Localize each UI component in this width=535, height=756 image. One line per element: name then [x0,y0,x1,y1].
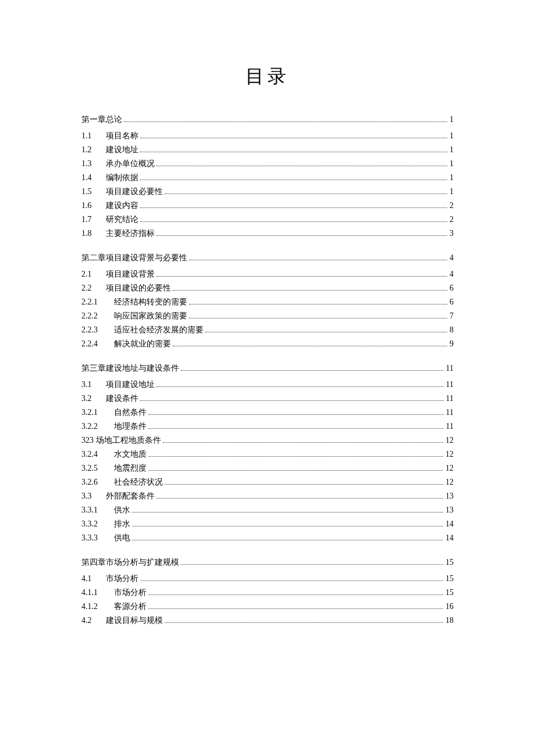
toc-leader [148,594,443,595]
toc-number: 2.1 [81,270,106,278]
toc-number: 1.7 [81,216,106,224]
toc-page: 1 [450,132,454,140]
toc-number: 4.2 [81,617,106,625]
toc-entry: 1.5项目建设必要性1 [81,188,454,196]
toc-leader [124,121,447,122]
toc-page: 16 [445,603,454,611]
toc-text: 项目建设背景 [106,270,155,278]
toc-text: 社会经济状况 [114,478,163,486]
toc-entry: 2.2.3适应社会经济发展的需要8 [81,326,454,334]
toc-number: 3.2.5 [81,464,114,472]
toc-entry: 3.3.2排水14 [81,520,454,528]
toc-text: 供电 [114,534,130,542]
toc-entry: 1.8主要经济指标3 [81,230,454,238]
toc-entry: 3.2.6社会经济状况12 [81,478,454,486]
toc-entry: 4.1市场分析15 [81,575,454,583]
toc-text: 研究结论 [106,216,138,224]
toc-leader [148,470,443,471]
toc-page: 1 [450,188,454,196]
toc-text: 解决就业的需要 [114,340,171,348]
toc-text: 客源分析 [114,603,147,611]
toc-text: 水文地质 [114,450,147,458]
toc-leader [140,152,447,152]
toc-page: 6 [450,298,454,306]
toc-text: 项目建设必要性 [106,188,163,196]
toc-leader [181,370,444,371]
toc-text: 市场分析 [106,575,138,583]
toc-number: 1.1 [81,132,106,140]
toc-leader [205,332,447,332]
toc-text: 地理条件 [114,422,147,431]
toc-leader [189,304,447,304]
toc-number: 2.2.2 [81,312,114,320]
toc-page: 11 [446,409,454,417]
toc-page: 14 [445,534,454,542]
toc-leader [132,512,443,513]
toc-page: 11 [446,381,454,389]
toc-number: 4.1.1 [81,589,114,597]
toc-page: 1 [450,174,454,182]
table-of-contents: 第一章总论11.1项目名称11.2建设地址11.3承办单位概况11.4编制依据1… [81,116,454,625]
toc-page: 12 [445,464,454,472]
toc-entry: 第二章项目建设背景与必要性4 [81,254,454,262]
toc-number: 3.2.6 [81,478,114,486]
toc-entry: 3.1项目建设地址11 [81,381,454,389]
toc-entry: 1.7研究结论2 [81,216,454,224]
toc-page: 1 [450,116,454,124]
toc-page: 9 [450,340,454,348]
toc-leader [156,498,443,499]
toc-number: 3.3 [81,492,106,500]
toc-leader [165,622,443,623]
toc-entry: 3.3.3供电14 [81,534,454,542]
toc-leader [148,428,444,429]
toc-leader [156,235,447,236]
toc-page: 12 [445,450,454,458]
toc-number: 3.3.2 [81,520,114,528]
toc-leader [163,442,444,443]
toc-entry: 3.3.1供水13 [81,506,454,514]
toc-page: 13 [445,492,454,500]
toc-number: 2.2.4 [81,340,114,348]
toc-leader [140,180,447,180]
toc-text: 第二章项目建设背景与必要性 [81,254,187,262]
toc-entry: 1.3承办单位概况1 [81,160,454,168]
toc-number: 3.3.1 [81,506,114,514]
toc-number: 4.1.2 [81,603,114,611]
toc-page: 8 [450,326,454,334]
toc-number: 2.2.3 [81,326,114,334]
toc-page: 12 [445,436,454,445]
toc-text: 建设地址 [106,146,138,154]
toc-text: 响应国家政策的需要 [114,312,187,320]
toc-text: 项目名称 [106,132,138,140]
toc-entry: 2.2.1经济结构转变的需要6 [81,298,454,306]
toc-number: 1.6 [81,202,106,210]
toc-entry: 3.2.2地理条件11 [81,422,454,431]
toc-leader [165,484,443,485]
toc-number: 3.3.3 [81,534,114,542]
toc-leader [189,318,447,318]
toc-entry: 1.1项目名称1 [81,132,454,140]
toc-number: 3.1 [81,381,106,389]
toc-page: 11 [446,364,454,372]
toc-text: 外部配套条件 [106,492,155,500]
toc-text: 主要经济指标 [106,230,155,238]
toc-text: 项目建设地址 [106,381,155,389]
toc-page: 2 [450,216,454,224]
toc-entry: 3.3外部配套条件13 [81,492,454,500]
toc-entry: 3.2建设条件11 [81,395,454,403]
toc-leader [140,221,447,222]
toc-page: 15 [445,575,454,583]
toc-leader [140,138,447,138]
toc-leader [132,526,443,526]
toc-number: 2.2 [81,284,106,292]
toc-entry: 第三章建设地址与建设条件11 [81,364,454,372]
toc-page: 11 [446,395,454,403]
toc-leader [148,414,444,415]
toc-entry: 第四章市场分析与扩建规模15 [81,558,454,567]
toc-text: 编制依据 [106,174,138,182]
toc-entry: 1.4编制依据1 [81,174,454,182]
toc-text: 地震烈度 [114,464,147,472]
toc-page: 14 [445,520,454,528]
toc-text: 经济结构转变的需要 [114,298,187,306]
toc-leader [165,194,447,194]
